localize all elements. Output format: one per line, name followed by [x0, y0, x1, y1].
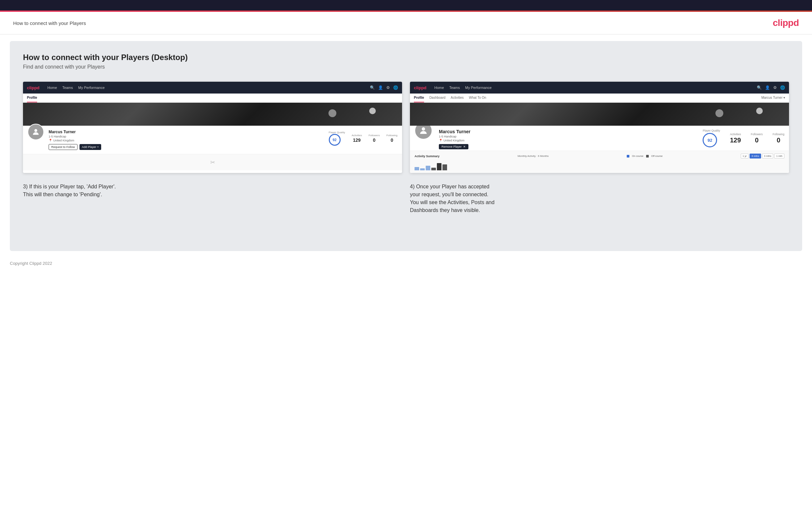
activity-period: Monthly Activity · 6 Months — [518, 155, 549, 158]
left-profile-info: Marcus Turner 1-5 Handicap 📍 United King… — [49, 130, 324, 150]
activity-summary-title: Activity Summary — [414, 155, 440, 158]
left-stats-row: Player Quality 92 Activities 129 Followe… — [329, 130, 398, 146]
left-activities-value: 129 — [351, 137, 362, 143]
left-nav-teams[interactable]: Teams — [62, 86, 73, 90]
right-player-name: Marcus Turner — [439, 129, 696, 134]
right-golf-ball-2 — [715, 109, 723, 117]
left-golf-ball — [369, 108, 376, 114]
footer: Copyright Clippd 2022 — [0, 258, 812, 269]
bar-5 — [437, 163, 442, 170]
breadcrumb: How to connect with your Players — [13, 20, 86, 26]
bar-2 — [420, 168, 425, 170]
time-3mths[interactable]: 3 mths — [762, 154, 773, 159]
left-graph-area: ✂ — [23, 154, 402, 170]
left-nav-home[interactable]: Home — [47, 86, 57, 90]
screenshots-row: clippd Home Teams My Performance 🔍 👤 ⚙ 🌐… — [23, 82, 789, 173]
right-nav-myperformance[interactable]: My Performance — [465, 86, 492, 90]
bar-3 — [426, 166, 430, 170]
left-followers-value: 0 — [368, 137, 380, 143]
right-settings-icon[interactable]: ⚙ — [773, 85, 777, 90]
svg-point-1 — [422, 127, 425, 130]
right-followers-label: Followers — [751, 132, 763, 136]
activity-legend: On course Off course — [627, 155, 663, 158]
time-6mths[interactable]: 6 mths — [750, 154, 761, 159]
right-buttons-row: Remove Player ✕ — [439, 144, 696, 149]
header: How to connect with your Players clippd — [0, 12, 812, 35]
right-following-label: Following — [773, 132, 784, 136]
time-1mth[interactable]: 1 mth — [774, 154, 784, 159]
add-player-button[interactable]: Add Player + — [80, 144, 101, 150]
top-bar — [0, 0, 812, 10]
left-stat-followers: Followers 0 — [368, 134, 380, 143]
left-avatar — [28, 124, 44, 140]
right-tab-whattoon[interactable]: What To On — [469, 94, 487, 102]
settings-icon[interactable]: ⚙ — [386, 85, 390, 90]
right-tab-bar: Profile Dashboard Activities What To On … — [410, 94, 789, 103]
bar-6 — [443, 164, 447, 170]
remove-player-button[interactable]: Remove Player ✕ — [439, 144, 468, 149]
left-player-name: Marcus Turner — [49, 130, 324, 134]
left-nav-myperformance[interactable]: My Performance — [78, 86, 105, 90]
right-tab-activities[interactable]: Activities — [451, 94, 463, 102]
left-pq-label: Player Quality — [329, 131, 345, 134]
right-golf-ball — [756, 108, 763, 114]
left-nav-logo: clippd — [27, 85, 39, 90]
right-activities-label: Activities — [730, 132, 741, 136]
left-following-label: Following — [386, 134, 398, 137]
right-activity-summary: Activity Summary Monthly Activity · 6 Mo… — [410, 151, 789, 173]
right-stat-following: Following 0 — [773, 132, 784, 144]
right-profile-info: Marcus Turner 1-5 Handicap 📍 United King… — [439, 129, 696, 149]
left-golf-hero — [23, 103, 402, 126]
left-tab-bar: Profile — [23, 94, 402, 103]
right-nav-home[interactable]: Home — [434, 86, 444, 90]
bar-1 — [414, 167, 419, 170]
off-course-label: Off course — [651, 155, 663, 158]
captions-row: 3) If this is your Player tap, 'Add Play… — [23, 183, 789, 214]
right-stats-area: Player Quality 92 Activities 129 Followe… — [703, 129, 784, 147]
left-tab-profile[interactable]: Profile — [27, 94, 37, 102]
left-stat-quality: Player Quality 92 — [329, 131, 345, 146]
time-1yr[interactable]: 1 yr — [741, 154, 749, 159]
left-location: 📍 United Kingdom — [49, 139, 324, 142]
left-handicap: 1-5 Handicap — [49, 135, 324, 138]
right-location-pin-icon: 📍 — [439, 139, 443, 142]
right-stat-quality: Player Quality 92 — [703, 129, 720, 147]
right-profile-area: Marcus Turner 1-5 Handicap 📍 United King… — [410, 126, 789, 151]
right-search-icon[interactable]: 🔍 — [757, 85, 762, 90]
left-app-nav: clippd Home Teams My Performance 🔍 👤 ⚙ 🌐 — [23, 82, 402, 94]
left-activities-label: Activities — [351, 134, 362, 137]
right-tab-dropdown[interactable]: Marcus Turner ▾ — [761, 94, 785, 102]
right-following-value: 0 — [773, 136, 784, 144]
page-subtitle: Find and connect with your Players — [23, 64, 789, 70]
left-quality-circle: 92 — [329, 134, 341, 146]
right-app-nav: clippd Home Teams My Performance 🔍 👤 ⚙ 🌐 — [410, 82, 789, 94]
caption-left: 3) If this is your Player tap, 'Add Play… — [23, 183, 402, 214]
right-nav-teams[interactable]: Teams — [449, 86, 460, 90]
right-person-icon[interactable]: 👤 — [765, 85, 770, 90]
globe-icon[interactable]: 🌐 — [393, 85, 398, 90]
left-golf-ball-2 — [328, 109, 336, 117]
request-to-follow-button[interactable]: Request to Follow — [49, 144, 78, 150]
time-buttons: 1 yr 6 mths 3 mths 1 mth — [741, 154, 784, 159]
screenshot-right: clippd Home Teams My Performance 🔍 👤 ⚙ 🌐… — [410, 82, 789, 173]
mini-bar-chart — [414, 161, 784, 170]
left-stat-activities: Activities 129 — [351, 134, 362, 143]
right-activities-value: 129 — [730, 136, 741, 144]
page-title: How to connect with your Players (Deskto… — [23, 53, 789, 62]
right-nav-logo: clippd — [414, 85, 426, 90]
clippd-logo: clippd — [773, 18, 799, 28]
main-content: How to connect with your Players (Deskto… — [10, 41, 802, 251]
right-followers-value: 0 — [751, 136, 763, 144]
left-profile-area: Marcus Turner 1-5 Handicap 📍 United King… — [23, 126, 402, 154]
right-tab-profile[interactable]: Profile — [414, 94, 424, 102]
right-tab-dashboard[interactable]: Dashboard — [429, 94, 445, 102]
person-icon[interactable]: 👤 — [378, 85, 383, 90]
right-location: 📍 United Kingdom — [439, 139, 696, 142]
scissors-icon: ✂ — [210, 159, 215, 166]
right-globe-icon[interactable]: 🌐 — [780, 85, 785, 90]
on-course-dot — [627, 155, 629, 158]
right-pq-label: Player Quality — [703, 129, 720, 132]
search-icon[interactable]: 🔍 — [370, 85, 375, 90]
right-stat-followers: Followers 0 — [751, 132, 763, 144]
right-handicap: 1-5 Handicap — [439, 135, 696, 138]
